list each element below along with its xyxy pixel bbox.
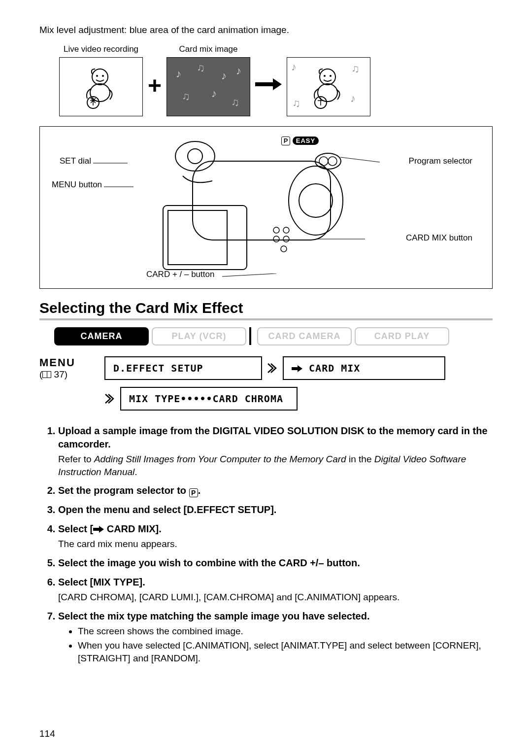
bold-arrow-icon: [93, 526, 104, 533]
baby-ball-notes-icon: [304, 62, 353, 111]
leader-line: [93, 160, 128, 166]
svg-point-2: [102, 75, 104, 77]
baby-ball-icon: [76, 62, 126, 111]
camcorder-diagram: SET dial MENU button CARD + / – button P…: [39, 126, 493, 289]
steps-list: Upload a sample image from the DIGITAL V…: [39, 424, 493, 664]
svg-line-29: [340, 157, 380, 162]
illus-label-card: Card mix image: [179, 44, 238, 54]
leader-line: [222, 274, 276, 279]
menu-title: MENU: [39, 356, 94, 369]
svg-point-21: [281, 246, 287, 252]
section-heading: Selecting the Card Mix Effect: [39, 300, 243, 316]
step-1-text: Upload a sample image from the DIGITAL V…: [58, 425, 488, 449]
svg-point-23: [319, 157, 328, 166]
mode-badges: P EASY: [281, 136, 319, 145]
mode-camera: CAMERA: [54, 327, 149, 345]
arrow-right-icon: [255, 77, 282, 93]
menu-box-deffect: D.EFFECT SETUP: [104, 356, 262, 380]
step-6-sub: [CARD CHROMA], [CARD LUMI.], [CAM.CHROMA…: [58, 591, 493, 604]
svg-point-11: [289, 166, 343, 235]
step-7-text: Select the mix type matching the sample …: [58, 611, 369, 621]
illus-live-box: [59, 57, 143, 116]
step-4-a: Select [: [58, 523, 93, 534]
svg-point-19: [273, 236, 279, 242]
step-1-sub: Refer to Adding Still Images from Your C…: [58, 453, 493, 478]
svg-rect-14: [168, 210, 227, 265]
leader-line: [104, 184, 133, 190]
step-6: Select [MIX TYPE]. [CARD CHROMA], [CARD …: [58, 576, 493, 604]
camcorder-icon: [119, 132, 375, 284]
svg-point-7: [330, 75, 332, 77]
step-7-bullets: The screen shows the combined image. Whe…: [58, 625, 493, 665]
step-4: Select [ CARD MIX]. The card mix menu ap…: [58, 522, 493, 550]
menu-path-arrow-icon: [104, 393, 115, 404]
mode-separator: [249, 327, 254, 345]
menu-box-cardmix-text: CARD MIX: [309, 362, 360, 374]
step-6-text: Select [MIX TYPE].: [58, 577, 145, 587]
svg-line-27: [222, 274, 276, 276]
heading-underline: [39, 318, 493, 320]
svg-point-18: [283, 227, 289, 233]
p-icon: P: [189, 488, 198, 497]
step-1-sub-c: .: [134, 467, 137, 477]
illus-result-box: ♪ ♫ ♪ ♫: [287, 57, 370, 116]
intro-text: Mix level adjustment: blue area of the c…: [39, 25, 493, 35]
mode-play-vcr: PLAY (VCR): [152, 327, 246, 345]
svg-point-17: [273, 227, 279, 233]
step-4-sub: The card mix menu appears.: [58, 538, 493, 550]
step-1-sub-i1: Adding Still Images from Your Computer t…: [94, 454, 346, 464]
label-card-mix-button: CARD MIX button: [406, 233, 472, 243]
svg-point-0: [92, 69, 108, 85]
svg-point-12: [299, 184, 332, 217]
illus-card-box: ♪ ♫ ♪ ♫ ♪ ♫ ♪: [166, 57, 250, 116]
step-1-sub-b: in the: [346, 454, 374, 464]
menu-path-block: MENU ( 37) D.EFFECT SETUP CARD MIX: [39, 356, 493, 380]
menu-box-mixtype: MIX TYPE•••••CARD CHROMA: [120, 387, 298, 411]
step-4-b: CARD MIX].: [104, 523, 162, 534]
svg-rect-13: [163, 206, 247, 270]
step-7-bullet-1: The screen shows the combined image.: [78, 625, 493, 638]
step-1-sub-a: Refer to: [58, 454, 94, 464]
svg-point-6: [324, 75, 326, 77]
book-icon: [42, 371, 51, 378]
step-3: Open the menu and select [D.EFFECT SETUP…: [58, 503, 493, 516]
leader-line: [316, 236, 365, 242]
label-program-selector: Program selector: [409, 156, 472, 166]
svg-point-20: [283, 236, 289, 242]
plus-icon: +: [148, 72, 162, 99]
menu-box-cardmix: CARD MIX: [283, 356, 445, 380]
step-2-a: Set the program selector to: [58, 485, 189, 496]
step-5: Select the image you wish to combine wit…: [58, 556, 493, 570]
p-badge-icon: P: [281, 137, 290, 145]
label-menu-button: MENU button: [52, 180, 102, 190]
step-7: Select the mix type matching the sample …: [58, 610, 493, 665]
svg-rect-10: [193, 161, 331, 240]
mode-card-play: CARD PLAY: [355, 327, 449, 345]
step-7-bullet-2: When you have selected [C.ANIMATION], se…: [78, 639, 493, 664]
label-set-dial: SET dial: [60, 156, 91, 166]
step-2: Set the program selector to P.: [58, 484, 493, 497]
page-number: 114: [39, 728, 55, 739]
mix-illustration-row: Live video recording + Card mix image ♪ …: [39, 44, 493, 116]
svg-point-24: [328, 157, 337, 166]
menu-path-arrow-icon: [267, 363, 278, 374]
mode-card-camera: CARD CAMERA: [257, 327, 352, 345]
step-2-b: .: [198, 485, 201, 496]
mode-selector-row: CAMERA PLAY (VCR) CARD CAMERA CARD PLAY: [39, 327, 493, 345]
illus-label-empty: [328, 44, 330, 54]
svg-point-5: [320, 69, 335, 85]
menu-ref: ( 37): [39, 369, 94, 380]
label-card-pm: CARD + / – button: [146, 270, 214, 279]
svg-point-15: [175, 141, 215, 171]
easy-badge-icon: EASY: [293, 137, 319, 145]
menu-path-row2: MIX TYPE•••••CARD CHROMA: [104, 387, 493, 411]
bold-arrow-icon: [292, 365, 302, 372]
illus-label-live: Live video recording: [64, 44, 138, 54]
svg-point-1: [96, 75, 98, 77]
menu-ref-page: 37: [54, 369, 65, 379]
leader-line: [340, 154, 380, 164]
svg-point-16: [188, 149, 202, 164]
step-1: Upload a sample image from the DIGITAL V…: [58, 424, 493, 478]
